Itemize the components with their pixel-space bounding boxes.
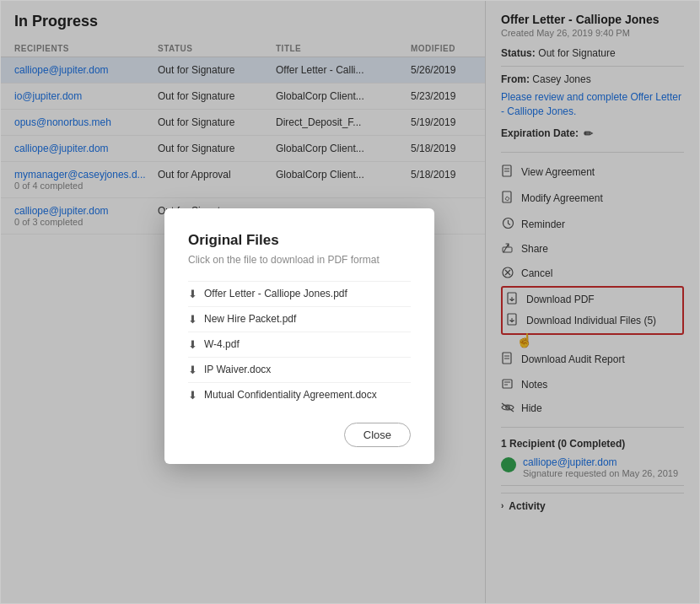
modal-subtitle: Click on the file to download in PDF for… (188, 254, 411, 266)
file-name: IP Waiver.docx (204, 364, 271, 375)
file-item-4[interactable]: ⬇ Mutual Confidentiality Agreement.docx (188, 382, 411, 407)
download-icon: ⬇ (188, 313, 197, 326)
download-icon: ⬇ (188, 338, 197, 351)
file-name: Mutual Confidentiality Agreement.docx (204, 389, 377, 401)
file-item-0[interactable]: ⬇ Offer Letter - Calliope Jones.pdf (188, 281, 411, 306)
file-name: W-4.pdf (204, 338, 240, 350)
file-name: Offer Letter - Calliope Jones.pdf (204, 288, 347, 299)
modal-footer: Close (188, 423, 411, 447)
download-icon: ⬇ (188, 364, 197, 376)
download-icon: ⬇ (188, 288, 197, 300)
close-button[interactable]: Close (344, 423, 411, 447)
original-files-modal: Original Files Click on the file to down… (164, 208, 434, 464)
file-item-1[interactable]: ⬇ New Hire Packet.pdf (188, 306, 411, 332)
app-container: In Progress RECIPIENTS STATUS TITLE MODI… (0, 0, 700, 604)
file-item-3[interactable]: ⬇ IP Waiver.docx (188, 357, 411, 382)
download-icon: ⬇ (188, 389, 197, 402)
modal-overlay: Original Files Click on the file to down… (1, 1, 699, 603)
file-name: New Hire Packet.pdf (204, 313, 296, 325)
file-item-2[interactable]: ⬇ W-4.pdf (188, 332, 411, 357)
modal-title: Original Files (188, 232, 411, 249)
